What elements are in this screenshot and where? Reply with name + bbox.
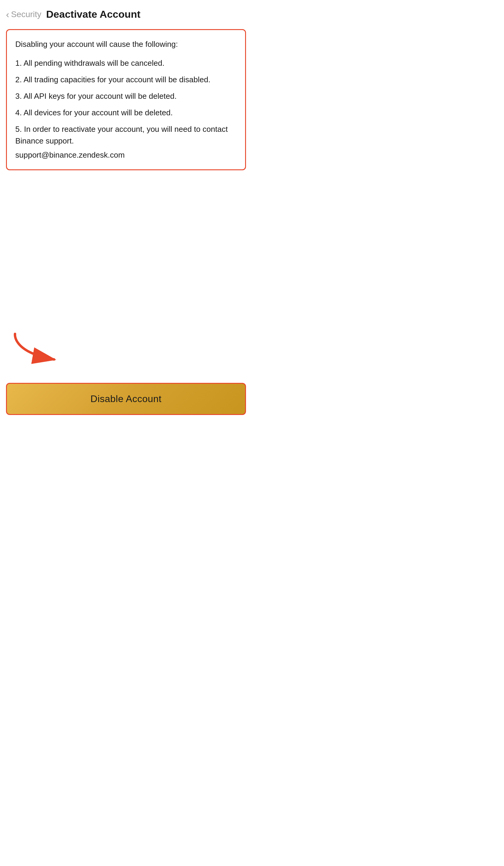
back-label: Security xyxy=(11,10,42,19)
support-email: support@binance.zendesk.com xyxy=(15,149,237,161)
arrow-icon xyxy=(9,328,69,364)
warning-intro: Disabling your account will cause the fo… xyxy=(15,38,237,50)
page-title: Deactivate Account xyxy=(46,8,140,20)
header: ‹ Security Deactivate Account xyxy=(0,0,252,26)
warning-box: Disabling your account will cause the fo… xyxy=(6,29,246,170)
disable-button-container: Disable Account xyxy=(6,383,246,415)
list-item: 2. All trading capacities for your accou… xyxy=(15,74,237,86)
back-button[interactable]: ‹ Security xyxy=(6,10,42,19)
arrow-indicator xyxy=(9,328,69,364)
list-item: 4. All devices for your account will be … xyxy=(15,107,237,119)
warning-list: 1. All pending withdrawals will be cance… xyxy=(15,57,237,161)
list-item: 1. All pending withdrawals will be cance… xyxy=(15,57,237,69)
back-chevron-icon: ‹ xyxy=(6,10,9,19)
disable-account-button[interactable]: Disable Account xyxy=(6,383,246,415)
list-item: 3. All API keys for your account will be… xyxy=(15,90,237,102)
list-item: 5. In order to reactivate your account, … xyxy=(15,123,237,161)
